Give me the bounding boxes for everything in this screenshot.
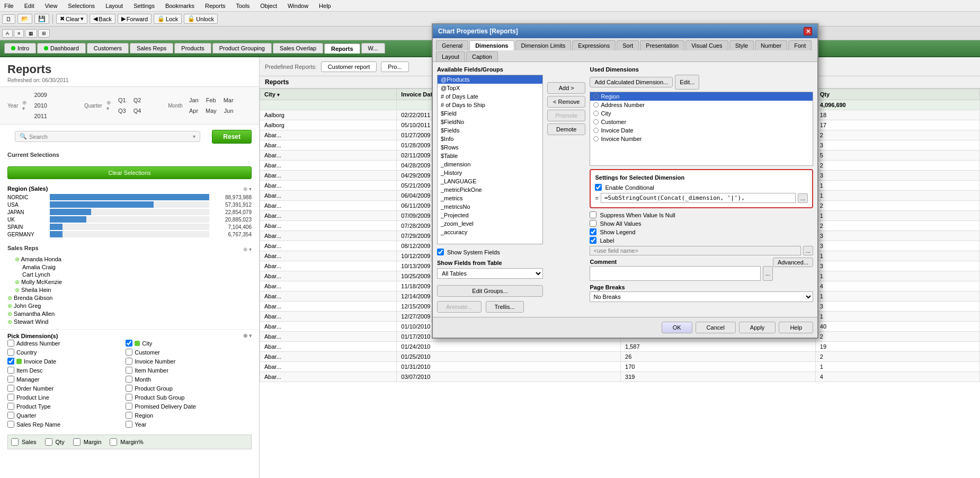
measure-checkbox[interactable] [45, 438, 52, 446]
menu-bookmarks[interactable]: Bookmarks [163, 2, 197, 10]
region-item[interactable]: NORDIC 88,973,988 [7, 194, 252, 200]
comment-btn[interactable]: ... [763, 266, 773, 281]
sales-reps-icon[interactable]: ⊕ ▾ [243, 246, 252, 252]
menu-settings[interactable]: Settings [131, 2, 157, 10]
dim-item[interactable]: Invoice Number [126, 357, 243, 365]
add-calc-dim-button[interactable]: Add Calculated Dimension... [590, 77, 673, 87]
formula-button[interactable]: ... [798, 193, 808, 203]
dim-checkbox[interactable] [7, 394, 14, 401]
table-row[interactable]: Abar...01/31/20101701 [260, 362, 980, 372]
toolbar-save[interactable]: 💾 [34, 14, 49, 24]
used-item[interactable]: Invoice Number [590, 135, 813, 143]
col-qty[interactable]: Qty [815, 89, 979, 100]
dim-checkbox[interactable] [7, 376, 14, 383]
demote-button[interactable]: Demote [547, 123, 585, 135]
dim-checkbox[interactable] [126, 421, 132, 428]
toolbar2-btn2[interactable]: ≡ [14, 29, 24, 38]
avail-item[interactable]: @Products [438, 75, 542, 84]
region-item[interactable]: JAPAN 22,854,079 [7, 209, 252, 215]
avail-item[interactable]: @TopX [438, 84, 542, 92]
reset-button[interactable]: Reset [212, 130, 252, 144]
jan[interactable]: Jan [187, 96, 201, 104]
sales-rep-item[interactable]: ⊕ Molly McKenzie [7, 278, 252, 286]
toolbar2-btn1[interactable]: A [2, 29, 13, 38]
menu-view[interactable]: View [43, 2, 60, 10]
dim-checkbox[interactable] [126, 394, 132, 401]
menu-object[interactable]: Object [258, 2, 279, 10]
dim-checkbox[interactable] [126, 340, 132, 347]
search-dropdown-icon[interactable]: ▾ [193, 134, 195, 139]
dim-item[interactable]: Item Desc [7, 366, 124, 374]
table-row[interactable]: Abar...01/24/20101,58719 [260, 342, 980, 352]
region-item[interactable]: USA 57,391,912 [7, 201, 252, 208]
dim-checkbox[interactable] [7, 349, 14, 356]
menu-selections[interactable]: Selections [66, 2, 97, 10]
dim-checkbox[interactable] [7, 421, 14, 428]
sales-rep-item[interactable]: ⊕ Brenda Gibson [7, 294, 252, 302]
apr[interactable]: Apr [187, 107, 200, 114]
q2[interactable]: Q2 [131, 96, 144, 104]
tab-intro[interactable]: Intro [4, 43, 36, 54]
dim-checkbox[interactable] [7, 367, 14, 374]
animate-button[interactable]: Animate... [437, 301, 482, 313]
sales-rep-item[interactable]: ⊕ Amanda Honda [7, 255, 252, 263]
tab-customers[interactable]: Customers [87, 43, 129, 54]
dialog-tab-dim-limits[interactable]: Dimension Limits [515, 40, 572, 50]
col-city[interactable]: City ▾ [260, 89, 397, 100]
tab-w[interactable]: W... [361, 43, 385, 54]
dialog-tab-dimensions[interactable]: Dimensions [469, 40, 514, 50]
toolbar-open[interactable]: 📂 [17, 14, 32, 24]
feb[interactable]: Feb [204, 96, 218, 104]
toolbar2-btn3[interactable]: ▦ [25, 29, 37, 38]
mar[interactable]: Mar [221, 96, 236, 104]
edit-groups-button[interactable]: Edit Groups... [437, 285, 543, 297]
dim-item[interactable]: Product Line [7, 393, 124, 401]
dim-item[interactable]: City [126, 339, 243, 347]
dim-item[interactable]: Quarter [7, 411, 124, 419]
dialog-tab-sort[interactable]: Sort [617, 40, 639, 50]
dim-checkbox[interactable] [126, 376, 132, 383]
avail-item[interactable]: _History [438, 169, 542, 177]
dialog-tab-style[interactable]: Style [729, 40, 754, 50]
avail-item[interactable]: _zoom_level [438, 219, 542, 228]
sales-rep-item[interactable]: ⊕ Samantha Allen [7, 310, 252, 318]
measure-checkbox[interactable] [11, 438, 19, 446]
dim-item[interactable]: Address Number [7, 339, 124, 347]
avail-item[interactable]: _metricsNo [438, 202, 542, 211]
avail-item[interactable]: $Table [438, 152, 542, 160]
year-2009[interactable]: 2009 [32, 91, 49, 99]
avail-item[interactable]: # of Days Late [438, 92, 542, 101]
region-item[interactable]: GERMANY 6,767,354 [7, 231, 252, 237]
dim-item[interactable]: Region [126, 411, 243, 419]
used-item[interactable]: Region [590, 92, 813, 101]
avail-item[interactable]: _LANGUAGE [438, 177, 542, 185]
dialog-close-button[interactable]: ✕ [804, 27, 812, 36]
sales-rep-item[interactable]: Amalia Craig [7, 263, 252, 271]
menu-file[interactable]: File [2, 2, 16, 10]
edit-dimension-button[interactable]: Edit... [675, 75, 699, 90]
q4[interactable]: Q4 [131, 107, 144, 114]
tab-sales-overlap[interactable]: Sales Overlap [273, 43, 323, 54]
tab-dashboard[interactable]: Dashboard [37, 43, 86, 54]
toolbar-forward[interactable]: ▶ Forward [118, 14, 152, 24]
used-item[interactable]: Customer [590, 118, 813, 126]
clear-selections-button[interactable]: Clear Selections [7, 166, 252, 179]
promote-button[interactable]: Promote [547, 110, 585, 121]
used-item[interactable]: Address Number [590, 101, 813, 109]
dim-item[interactable]: Year [126, 420, 243, 428]
help-button[interactable]: Help [779, 322, 813, 333]
menu-help[interactable]: Help [317, 2, 333, 10]
dialog-tab-font[interactable]: Font [788, 40, 812, 50]
dim-item[interactable]: Sales Rep Name [7, 420, 124, 428]
dim-checkbox[interactable] [126, 412, 132, 419]
avail-item[interactable]: $Fields [438, 126, 542, 135]
show-all-values-checkbox[interactable] [590, 220, 596, 227]
dim-checkbox[interactable] [126, 358, 132, 365]
used-dimensions-list[interactable]: RegionAddress NumberCityCustomerInvoice … [590, 92, 813, 166]
dim-item[interactable]: Manager [7, 375, 124, 383]
tab-sales-reps[interactable]: Sales Reps [130, 43, 173, 54]
dim-item[interactable]: Product Sub Group [126, 393, 243, 401]
toolbar-clear[interactable]: ✖ Clear ▾ [56, 14, 87, 24]
q3[interactable]: Q3 [116, 107, 128, 114]
dim-item[interactable]: Month [126, 375, 243, 383]
